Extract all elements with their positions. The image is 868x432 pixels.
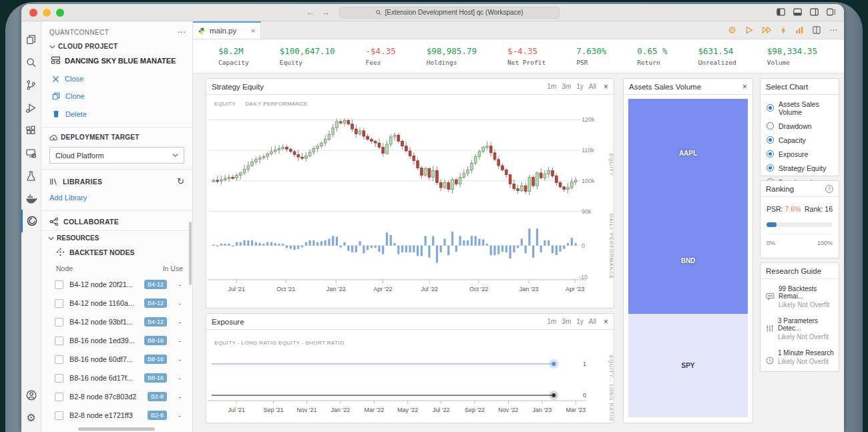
- node-checkbox[interactable]: [55, 374, 63, 383]
- backtest-node-row[interactable]: B8-16 node 60df7...B8-16-: [41, 350, 192, 369]
- testing-beaker-icon[interactable]: [21, 164, 41, 187]
- chart-option-drawdown[interactable]: Drawdown: [761, 119, 839, 133]
- account-icon[interactable]: [21, 384, 41, 407]
- treemap-block-bnd[interactable]: BND: [628, 207, 748, 314]
- add-library-link[interactable]: Add Library: [41, 189, 192, 206]
- chart-options-list: Assets Sales VolumeDrawdownCapacityExpos…: [761, 95, 839, 189]
- node-badge: B2-8: [148, 392, 167, 401]
- search-icon[interactable]: [21, 51, 41, 73]
- close-panel-icon[interactable]: ×: [604, 82, 608, 91]
- radio-icon[interactable]: [767, 164, 774, 172]
- backtest-node-row[interactable]: B2-8 node 87c803d2B2-8-: [41, 387, 192, 406]
- radio-icon[interactable]: [767, 104, 774, 112]
- chart-option-assets-sales-volume[interactable]: Assets Sales Volume: [761, 97, 839, 119]
- split-editor-icon[interactable]: [813, 26, 821, 34]
- strategy-equity-chart[interactable]: 120k110k100k90k0-10Jul '21Oct '21Jan '22…: [206, 107, 614, 306]
- activity-bar: ⚙: [21, 21, 41, 432]
- range-3m[interactable]: 3m: [562, 318, 571, 325]
- deployment-target-select[interactable]: Cloud Platform: [49, 147, 184, 164]
- refresh-icon[interactable]: ↻: [177, 176, 184, 186]
- explorer-icon[interactable]: [21, 28, 41, 51]
- back-arrow-icon[interactable]: ←: [306, 7, 314, 17]
- close-window-button[interactable]: [29, 9, 37, 17]
- radio-icon[interactable]: [767, 122, 774, 130]
- range-3m[interactable]: 3m: [562, 83, 571, 90]
- research-item[interactable]: 3 Parameters Detec...Likely Not Overfit: [761, 311, 839, 343]
- backtest-nodes-row[interactable]: BACKTEST NODES: [41, 243, 192, 260]
- range-1m[interactable]: 1m: [547, 318, 556, 325]
- extensions-icon[interactable]: [21, 119, 41, 142]
- source-control-icon[interactable]: [21, 73, 41, 96]
- node-checkbox[interactable]: [55, 411, 63, 420]
- node-checkbox[interactable]: [55, 393, 63, 401]
- node-checkbox[interactable]: [55, 318, 63, 327]
- panel-title: Select Chart: [766, 83, 808, 91]
- cloud-project-section[interactable]: CLOUD PROJECT: [41, 41, 192, 52]
- zoom-window-button[interactable]: [56, 9, 64, 17]
- svg-text:Apr '23: Apr '23: [566, 286, 584, 292]
- resources-section[interactable]: RESOURCES: [41, 230, 192, 243]
- chart-option-exposure[interactable]: Exposure: [761, 147, 839, 161]
- node-checkbox[interactable]: [55, 337, 63, 345]
- clock-icon: [766, 355, 774, 367]
- customize-layout-icon[interactable]: [827, 8, 836, 16]
- more-actions-icon[interactable]: ⋯: [829, 25, 837, 35]
- svg-text:Oct '21: Oct '21: [276, 286, 295, 292]
- toggle-panel-icon[interactable]: [793, 8, 802, 16]
- close-project-link[interactable]: Close: [41, 70, 192, 87]
- run-forward-icon[interactable]: [762, 26, 772, 34]
- minimize-window-button[interactable]: [43, 9, 51, 17]
- backtest-node-row[interactable]: B4-12 node 20f21...B4-12-: [41, 275, 192, 294]
- command-center-search[interactable]: [Extension Development Host] qc (Workspa…: [339, 7, 560, 19]
- svg-text:100k: 100k: [582, 178, 595, 184]
- project-name: DANCING SKY BLUE MANATEE: [65, 57, 176, 65]
- backtest-node-row[interactable]: B2-8 node e1721ff3B2-8-: [41, 406, 192, 425]
- strategy-equity-legend: EQUITY DAILY PERFORMANCE: [206, 95, 614, 107]
- treemap-block-aapl[interactable]: AAPL: [628, 99, 748, 207]
- remote-explorer-icon[interactable]: [21, 142, 41, 164]
- toggle-secondary-sidebar-icon[interactable]: [810, 8, 819, 16]
- sidebar-horizontal-scrollbar[interactable]: [78, 427, 155, 431]
- research-item[interactable]: 1 Minute ResearchLikely Not Overfit: [761, 343, 839, 370]
- range-all[interactable]: All: [589, 318, 596, 325]
- close-panel-icon[interactable]: ×: [604, 317, 608, 327]
- range-1y[interactable]: 1y: [576, 318, 584, 325]
- node-checkbox[interactable]: [55, 280, 63, 289]
- exposure-chart[interactable]: EQUITY - LONG RATIOEQUITY - SHORT RATIO1…: [206, 330, 614, 423]
- run-debug-icon[interactable]: [21, 96, 41, 119]
- radio-icon[interactable]: [767, 150, 774, 158]
- radio-icon[interactable]: [767, 136, 774, 144]
- range-all[interactable]: All: [589, 83, 596, 90]
- backtest-node-row[interactable]: B8-16 node 6d17f...B8-16-: [41, 369, 192, 387]
- tab-close-icon[interactable]: ×: [251, 27, 255, 35]
- range-1m[interactable]: 1m: [547, 83, 556, 90]
- docker-icon[interactable]: [21, 187, 41, 210]
- assets-treemap[interactable]: AAPLBNDSPY: [628, 99, 748, 417]
- help-icon[interactable]: ?: [825, 185, 833, 193]
- forward-arrow-icon[interactable]: →: [321, 7, 330, 17]
- node-checkbox[interactable]: [55, 299, 63, 308]
- results-chart-icon[interactable]: [795, 26, 804, 34]
- backtest-node-row[interactable]: B4-12 node 1160a...B4-12-: [41, 294, 192, 312]
- toggle-primary-sidebar-icon[interactable]: [777, 8, 785, 16]
- node-checkbox[interactable]: [55, 355, 63, 364]
- delete-project-link[interactable]: Delete: [41, 105, 192, 123]
- chart-option-capacity[interactable]: Capacity: [761, 133, 839, 147]
- chart-option-strategy-equity[interactable]: Strategy Equity: [761, 161, 839, 175]
- backtest-settings-gear-icon[interactable]: ⚙: [728, 25, 736, 35]
- backtest-node-row[interactable]: B4-12 node 93bf1...B4-12-: [41, 312, 192, 331]
- backtest-node-row[interactable]: B8-16 node 1ed39...B8-16-: [41, 331, 192, 350]
- close-panel-icon[interactable]: ×: [742, 82, 747, 91]
- tab-main-py[interactable]: main.py ×: [193, 21, 261, 39]
- quantconnect-icon[interactable]: [21, 210, 41, 232]
- range-1y[interactable]: 1y: [576, 83, 584, 90]
- clone-project-link[interactable]: Clone: [41, 87, 192, 105]
- settings-gear-icon[interactable]: ⚙: [21, 407, 41, 429]
- live-lightning-icon[interactable]: [781, 26, 787, 35]
- more-actions-icon[interactable]: ⋯: [178, 27, 186, 37]
- treemap-block-spy[interactable]: SPY: [628, 314, 748, 417]
- research-item[interactable]: 99 Backtests Remai...Likely Not Overfit: [761, 279, 839, 311]
- run-backtest-icon[interactable]: [745, 26, 753, 34]
- sidebar-vertical-scrollbar[interactable]: [189, 222, 192, 285]
- tab-bar: main.py × ⚙ ⋯: [193, 21, 844, 39]
